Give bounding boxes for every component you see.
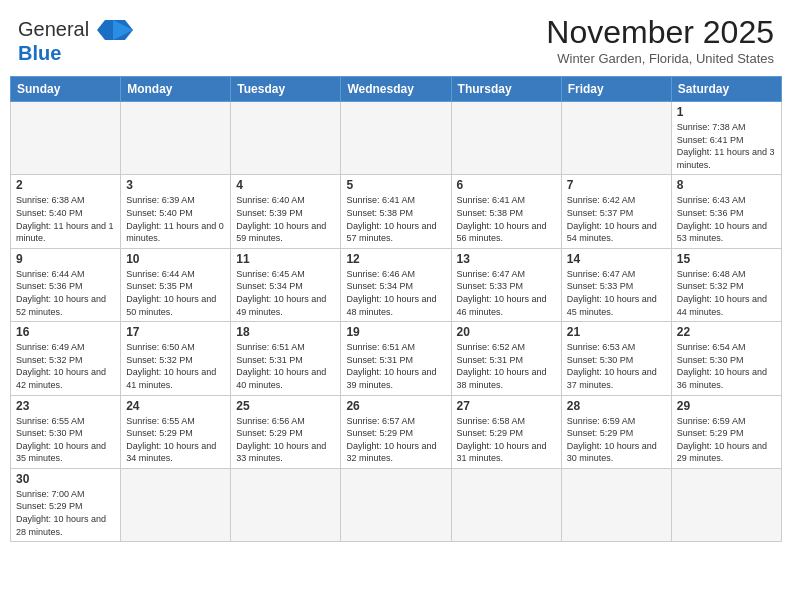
day-number: 27: [457, 399, 556, 413]
day-info: Sunrise: 6:38 AM Sunset: 5:40 PM Dayligh…: [16, 194, 115, 244]
day-number: 26: [346, 399, 445, 413]
day-number: 1: [677, 105, 776, 119]
calendar-cell: 5Sunrise: 6:41 AM Sunset: 5:38 PM Daylig…: [341, 175, 451, 248]
logo-icon: [93, 16, 133, 44]
calendar-cell: [11, 102, 121, 175]
day-number: 13: [457, 252, 556, 266]
day-number: 10: [126, 252, 225, 266]
calendar-cell: 2Sunrise: 6:38 AM Sunset: 5:40 PM Daylig…: [11, 175, 121, 248]
col-header-saturday: Saturday: [671, 77, 781, 102]
calendar-cell: 14Sunrise: 6:47 AM Sunset: 5:33 PM Dayli…: [561, 248, 671, 321]
calendar-cell: 12Sunrise: 6:46 AM Sunset: 5:34 PM Dayli…: [341, 248, 451, 321]
day-info: Sunrise: 6:48 AM Sunset: 5:32 PM Dayligh…: [677, 268, 776, 318]
day-number: 23: [16, 399, 115, 413]
day-number: 15: [677, 252, 776, 266]
calendar-cell: 24Sunrise: 6:55 AM Sunset: 5:29 PM Dayli…: [121, 395, 231, 468]
calendar-cell: [231, 102, 341, 175]
calendar-cell: 8Sunrise: 6:43 AM Sunset: 5:36 PM Daylig…: [671, 175, 781, 248]
day-number: 21: [567, 325, 666, 339]
day-info: Sunrise: 6:57 AM Sunset: 5:29 PM Dayligh…: [346, 415, 445, 465]
calendar-header-row: SundayMondayTuesdayWednesdayThursdayFrid…: [11, 77, 782, 102]
calendar-cell: 7Sunrise: 6:42 AM Sunset: 5:37 PM Daylig…: [561, 175, 671, 248]
calendar-cell: 4Sunrise: 6:40 AM Sunset: 5:39 PM Daylig…: [231, 175, 341, 248]
day-number: 20: [457, 325, 556, 339]
day-number: 7: [567, 178, 666, 192]
day-number: 19: [346, 325, 445, 339]
calendar-cell: 1Sunrise: 7:38 AM Sunset: 6:41 PM Daylig…: [671, 102, 781, 175]
calendar-cell: [671, 468, 781, 541]
calendar-cell: 15Sunrise: 6:48 AM Sunset: 5:32 PM Dayli…: [671, 248, 781, 321]
calendar-cell: 19Sunrise: 6:51 AM Sunset: 5:31 PM Dayli…: [341, 322, 451, 395]
calendar-cell: 13Sunrise: 6:47 AM Sunset: 5:33 PM Dayli…: [451, 248, 561, 321]
day-info: Sunrise: 6:43 AM Sunset: 5:36 PM Dayligh…: [677, 194, 776, 244]
day-number: 17: [126, 325, 225, 339]
day-info: Sunrise: 7:00 AM Sunset: 5:29 PM Dayligh…: [16, 488, 115, 538]
day-number: 9: [16, 252, 115, 266]
calendar-cell: 11Sunrise: 6:45 AM Sunset: 5:34 PM Dayli…: [231, 248, 341, 321]
day-number: 24: [126, 399, 225, 413]
calendar-cell: 23Sunrise: 6:55 AM Sunset: 5:30 PM Dayli…: [11, 395, 121, 468]
calendar-cell: [561, 468, 671, 541]
calendar-cell: [121, 468, 231, 541]
calendar-cell: 6Sunrise: 6:41 AM Sunset: 5:38 PM Daylig…: [451, 175, 561, 248]
day-number: 16: [16, 325, 115, 339]
day-number: 18: [236, 325, 335, 339]
calendar-cell: 10Sunrise: 6:44 AM Sunset: 5:35 PM Dayli…: [121, 248, 231, 321]
col-header-friday: Friday: [561, 77, 671, 102]
day-number: 3: [126, 178, 225, 192]
day-number: 30: [16, 472, 115, 486]
col-header-sunday: Sunday: [11, 77, 121, 102]
col-header-wednesday: Wednesday: [341, 77, 451, 102]
calendar-cell: 16Sunrise: 6:49 AM Sunset: 5:32 PM Dayli…: [11, 322, 121, 395]
calendar-cell: 20Sunrise: 6:52 AM Sunset: 5:31 PM Dayli…: [451, 322, 561, 395]
day-info: Sunrise: 6:58 AM Sunset: 5:29 PM Dayligh…: [457, 415, 556, 465]
day-info: Sunrise: 6:59 AM Sunset: 5:29 PM Dayligh…: [567, 415, 666, 465]
day-info: Sunrise: 6:55 AM Sunset: 5:29 PM Dayligh…: [126, 415, 225, 465]
calendar: SundayMondayTuesdayWednesdayThursdayFrid…: [10, 76, 782, 542]
calendar-cell: [561, 102, 671, 175]
calendar-cell: 18Sunrise: 6:51 AM Sunset: 5:31 PM Dayli…: [231, 322, 341, 395]
col-header-monday: Monday: [121, 77, 231, 102]
day-info: Sunrise: 6:47 AM Sunset: 5:33 PM Dayligh…: [457, 268, 556, 318]
calendar-cell: 9Sunrise: 6:44 AM Sunset: 5:36 PM Daylig…: [11, 248, 121, 321]
week-row-2: 9Sunrise: 6:44 AM Sunset: 5:36 PM Daylig…: [11, 248, 782, 321]
week-row-0: 1Sunrise: 7:38 AM Sunset: 6:41 PM Daylig…: [11, 102, 782, 175]
calendar-cell: 22Sunrise: 6:54 AM Sunset: 5:30 PM Dayli…: [671, 322, 781, 395]
calendar-cell: 30Sunrise: 7:00 AM Sunset: 5:29 PM Dayli…: [11, 468, 121, 541]
day-info: Sunrise: 6:51 AM Sunset: 5:31 PM Dayligh…: [346, 341, 445, 391]
logo: General Blue: [18, 14, 133, 65]
calendar-cell: [341, 102, 451, 175]
location: Winter Garden, Florida, United States: [546, 51, 774, 66]
day-info: Sunrise: 6:53 AM Sunset: 5:30 PM Dayligh…: [567, 341, 666, 391]
calendar-cell: 28Sunrise: 6:59 AM Sunset: 5:29 PM Dayli…: [561, 395, 671, 468]
day-info: Sunrise: 6:51 AM Sunset: 5:31 PM Dayligh…: [236, 341, 335, 391]
day-info: Sunrise: 6:41 AM Sunset: 5:38 PM Dayligh…: [457, 194, 556, 244]
logo-text: Blue: [18, 42, 61, 65]
calendar-cell: [121, 102, 231, 175]
day-number: 5: [346, 178, 445, 192]
day-info: Sunrise: 7:38 AM Sunset: 6:41 PM Dayligh…: [677, 121, 776, 171]
day-number: 6: [457, 178, 556, 192]
day-number: 22: [677, 325, 776, 339]
title-block: November 2025 Winter Garden, Florida, Un…: [546, 14, 774, 66]
calendar-cell: [231, 468, 341, 541]
page-header: General Blue November 2025 Winter Garden…: [10, 10, 782, 70]
day-info: Sunrise: 6:44 AM Sunset: 5:36 PM Dayligh…: [16, 268, 115, 318]
day-info: Sunrise: 6:44 AM Sunset: 5:35 PM Dayligh…: [126, 268, 225, 318]
calendar-cell: 17Sunrise: 6:50 AM Sunset: 5:32 PM Dayli…: [121, 322, 231, 395]
day-info: Sunrise: 6:47 AM Sunset: 5:33 PM Dayligh…: [567, 268, 666, 318]
calendar-cell: 21Sunrise: 6:53 AM Sunset: 5:30 PM Dayli…: [561, 322, 671, 395]
day-number: 14: [567, 252, 666, 266]
week-row-4: 23Sunrise: 6:55 AM Sunset: 5:30 PM Dayli…: [11, 395, 782, 468]
col-header-thursday: Thursday: [451, 77, 561, 102]
day-info: Sunrise: 6:46 AM Sunset: 5:34 PM Dayligh…: [346, 268, 445, 318]
day-info: Sunrise: 6:55 AM Sunset: 5:30 PM Dayligh…: [16, 415, 115, 465]
day-info: Sunrise: 6:41 AM Sunset: 5:38 PM Dayligh…: [346, 194, 445, 244]
week-row-3: 16Sunrise: 6:49 AM Sunset: 5:32 PM Dayli…: [11, 322, 782, 395]
calendar-cell: 26Sunrise: 6:57 AM Sunset: 5:29 PM Dayli…: [341, 395, 451, 468]
day-number: 29: [677, 399, 776, 413]
calendar-cell: 27Sunrise: 6:58 AM Sunset: 5:29 PM Dayli…: [451, 395, 561, 468]
day-info: Sunrise: 6:54 AM Sunset: 5:30 PM Dayligh…: [677, 341, 776, 391]
day-info: Sunrise: 6:40 AM Sunset: 5:39 PM Dayligh…: [236, 194, 335, 244]
day-number: 11: [236, 252, 335, 266]
